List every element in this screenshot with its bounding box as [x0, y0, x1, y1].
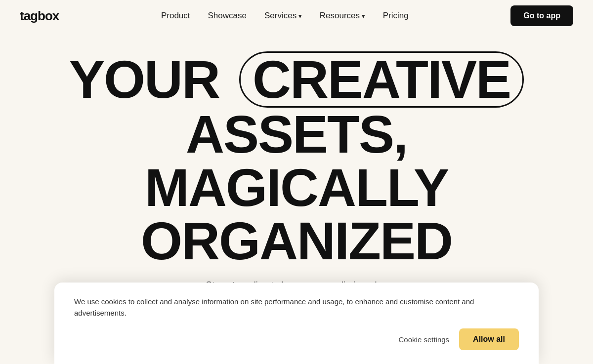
nav-item-resources[interactable]: Resources [320, 11, 365, 21]
nav-item-pricing[interactable]: Pricing [383, 11, 409, 21]
nav-links: Product Showcase Services Resources Pric… [161, 11, 409, 21]
nav-link-resources[interactable]: Resources [320, 11, 365, 20]
navbar: tagbox Product Showcase Services Resourc… [0, 0, 593, 32]
hero-title-line3: ORGANIZED [141, 211, 452, 271]
cookie-banner: We use cookies to collect and analyse in… [54, 283, 539, 364]
hero-title-line1-text: YOUR [69, 49, 219, 109]
go-to-app-button[interactable]: Go to app [510, 5, 573, 26]
nav-link-product[interactable]: Product [161, 11, 190, 20]
cookie-message: We use cookies to collect and analyse in… [74, 296, 519, 319]
hero-title: YOUR CREATIVE ASSETS, MAGICALLY ORGANIZE… [30, 51, 563, 268]
nav-link-pricing[interactable]: Pricing [383, 11, 409, 20]
nav-link-showcase[interactable]: Showcase [208, 11, 247, 20]
nav-item-services[interactable]: Services [264, 11, 302, 21]
cookie-actions: Cookie settings Allow all [74, 328, 519, 350]
hero-title-highlight: CREATIVE [239, 51, 524, 108]
cookie-settings-button[interactable]: Cookie settings [399, 335, 450, 344]
nav-item-showcase[interactable]: Showcase [208, 11, 247, 21]
allow-all-button[interactable]: Allow all [459, 328, 519, 350]
nav-link-services[interactable]: Services [264, 11, 302, 20]
logo[interactable]: tagbox [20, 8, 59, 24]
nav-item-product[interactable]: Product [161, 11, 190, 21]
hero-title-line2: ASSETS, MAGICALLY [145, 104, 448, 217]
